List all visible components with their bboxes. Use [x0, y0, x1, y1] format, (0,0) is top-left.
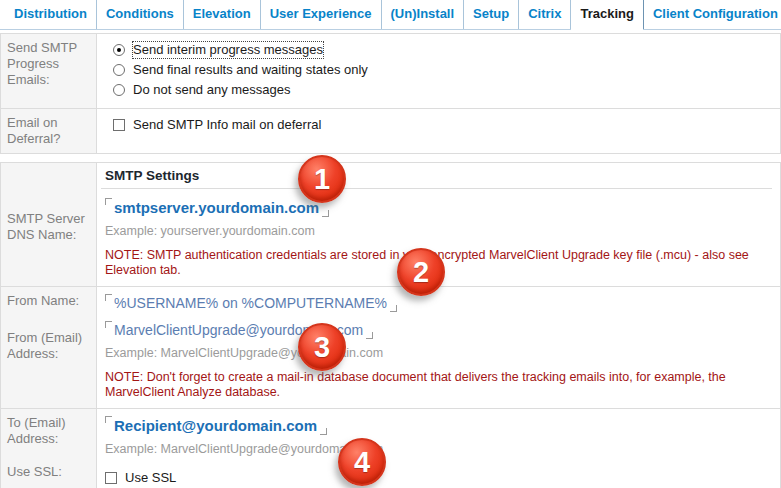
radio-option-interim[interactable]: Send interim progress messages — [113, 42, 772, 58]
to-email-field[interactable]: Recipient@yourdomain.com — [105, 415, 327, 437]
to-ssl-port-labels: To (Email) Address: Use SSL: SMTP Port: — [1, 409, 97, 488]
deferral-checkbox-option[interactable]: Send SMTP Info mail on deferral — [113, 117, 772, 133]
radio-icon[interactable] — [113, 64, 125, 76]
radio-selected-icon[interactable] — [113, 44, 125, 56]
callout-badge-4: 4 — [338, 438, 386, 486]
from-email-note: NOTE: Don't forget to create a mail-in d… — [105, 370, 772, 400]
from-email-example: Example: MarvelClientUpgrade@yourdomain.… — [105, 346, 772, 361]
checkbox-icon[interactable] — [113, 119, 125, 131]
to-email-example: Example: MarvelClientUpgrade@yourdomain.… — [105, 442, 772, 457]
tab-tracking[interactable]: Tracking — [571, 0, 643, 29]
tab-uninstall[interactable]: (Un)Install — [382, 0, 465, 29]
smtp-server-example: Example: yourserver.yourdomain.com — [105, 224, 772, 239]
smtp-settings-title: SMTP Settings — [101, 163, 772, 189]
smtp-settings-table: SMTP Server DNS Name: SMTP Settings smtp… — [0, 162, 781, 488]
to-ssl-port-content: Recipient@yourdomain.com Example: Marvel… — [97, 409, 780, 488]
progress-emails-row: Send SMTP Progress Emails: Send interim … — [1, 34, 780, 108]
tab-distribution[interactable]: Distribution — [5, 0, 97, 29]
from-labels: From Name: From (Email) Address: — [1, 287, 97, 408]
callout-badge-2: 2 — [397, 248, 445, 296]
use-ssl-checkbox-option[interactable]: Use SSL — [105, 470, 772, 486]
to-email-label: To (Email) Address: — [7, 415, 92, 447]
from-email-label: From (Email) Address: — [7, 330, 92, 362]
radio-icon[interactable] — [113, 84, 125, 96]
smtp-server-label: SMTP Server DNS Name: — [1, 163, 97, 286]
progress-emails-options: Send interim progress messages Send fina… — [97, 34, 780, 108]
callout-badge-3: 3 — [298, 323, 346, 371]
email-deferral-content: Send SMTP Info mail on deferral — [97, 109, 780, 153]
tab-user-experience[interactable]: User Experience — [261, 0, 382, 29]
use-ssl-label: Use SSL: — [7, 464, 92, 480]
tab-setup[interactable]: Setup — [464, 0, 519, 29]
radio-option-label: Send interim progress messages — [133, 42, 323, 58]
email-deferral-label: Email on Deferral? — [1, 109, 97, 153]
tab-citrix[interactable]: Citrix — [519, 0, 571, 29]
callout-number: 1 — [314, 163, 330, 196]
radio-option-label: Send final results and waiting states on… — [133, 62, 368, 78]
from-name-field[interactable]: %USERNAME% on %COMPUTERNAME% — [105, 293, 397, 314]
callout-number: 3 — [314, 331, 330, 364]
tab-client-configuration[interactable]: Client Configuration — [644, 0, 781, 29]
tab-bar: Distribution Conditions Elevation User E… — [0, 0, 781, 30]
smtp-server-field[interactable]: smtpserver.yourdomain.com — [105, 197, 329, 219]
radio-option-final[interactable]: Send final results and waiting states on… — [113, 62, 772, 78]
from-name-label: From Name: — [7, 293, 92, 309]
checkbox-icon[interactable] — [105, 472, 117, 484]
use-ssl-checkbox-label: Use SSL — [125, 470, 176, 486]
from-content: %USERNAME% on %COMPUTERNAME% MarvelClien… — [97, 287, 780, 408]
general-settings-table: Send SMTP Progress Emails: Send interim … — [0, 33, 781, 154]
tab-conditions[interactable]: Conditions — [97, 0, 184, 29]
tracking-settings-page: Distribution Conditions Elevation User E… — [0, 0, 781, 488]
email-deferral-row: Email on Deferral? Send SMTP Info mail o… — [1, 108, 780, 153]
tab-elevation[interactable]: Elevation — [184, 0, 261, 29]
progress-emails-label: Send SMTP Progress Emails: — [1, 34, 97, 108]
radio-option-none[interactable]: Do not send any messages — [113, 82, 772, 98]
radio-option-label: Do not send any messages — [133, 82, 291, 98]
callout-badge-1: 1 — [298, 155, 346, 203]
callout-number: 4 — [354, 446, 370, 479]
deferral-checkbox-label: Send SMTP Info mail on deferral — [133, 117, 321, 133]
to-ssl-port-row: To (Email) Address: Use SSL: SMTP Port: … — [1, 408, 780, 488]
from-row: From Name: From (Email) Address: %USERNA… — [1, 286, 780, 408]
smtp-server-row: SMTP Server DNS Name: SMTP Settings smtp… — [1, 163, 780, 286]
callout-number: 2 — [413, 256, 429, 289]
